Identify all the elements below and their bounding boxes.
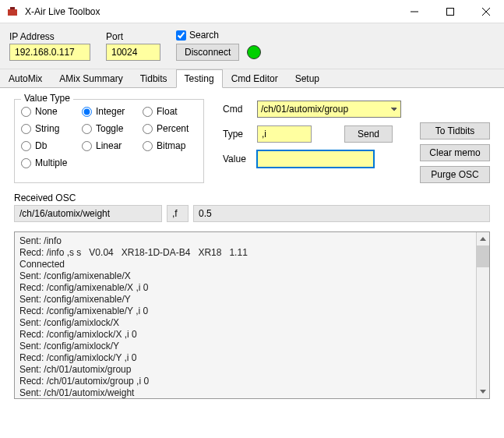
tab-amix-summary[interactable]: AMix Summary: [51, 69, 131, 87]
recv-value: [193, 205, 490, 222]
disconnect-button[interactable]: Disconnect: [176, 44, 239, 61]
close-icon: [482, 8, 490, 16]
log-text[interactable]: Sent: /info Recd: /info ,s s V0.04 XR18-…: [15, 232, 476, 398]
svg-marker-6: [480, 237, 486, 241]
connection-bar: IP Address Port Search Disconnect: [0, 23, 504, 69]
scroll-thumb[interactable]: [477, 245, 489, 267]
radio-float[interactable]: Float: [143, 106, 197, 117]
scroll-down-icon[interactable]: [477, 385, 489, 398]
radio-db[interactable]: Db: [21, 140, 76, 151]
type-label: Type: [223, 129, 252, 140]
svg-marker-7: [480, 390, 486, 394]
radio-linear[interactable]: Linear: [82, 140, 136, 151]
purge-osc-button[interactable]: Purge OSC: [420, 166, 490, 183]
svg-rect-3: [447, 8, 454, 15]
value-type-group: Value Type NoneIntegerFloatStringToggleP…: [14, 99, 204, 183]
cmd-label: Cmd: [223, 104, 252, 115]
maximize-icon: [446, 8, 454, 16]
svg-rect-1: [10, 7, 15, 9]
tab-strip: AutoMixAMix SummaryTidbitsTestingCmd Edi…: [0, 69, 504, 88]
scroll-up-icon[interactable]: [477, 232, 489, 245]
radio-integer[interactable]: Integer: [82, 106, 136, 117]
minimize-button[interactable]: [397, 0, 432, 23]
radio-toggle[interactable]: Toggle: [82, 123, 136, 134]
log-memo: Sent: /info Recd: /info ,s s V0.04 XR18-…: [14, 231, 490, 399]
radio-string[interactable]: String: [21, 123, 76, 134]
maximize-button[interactable]: [432, 0, 468, 23]
radio-bitmap[interactable]: Bitmap: [143, 140, 197, 151]
received-osc-label: Received OSC: [14, 193, 490, 203]
send-button[interactable]: Send: [344, 125, 393, 143]
tab-cmd-editor[interactable]: Cmd Editor: [223, 69, 287, 87]
recv-type: [167, 205, 189, 222]
titlebar: X-Air Live Toolbox: [0, 0, 504, 23]
value-label: Value: [223, 154, 252, 164]
svg-rect-0: [8, 9, 17, 16]
tab-setup[interactable]: Setup: [287, 69, 328, 87]
tab-tidbits[interactable]: Tidbits: [132, 69, 176, 87]
ip-input[interactable]: [9, 44, 90, 61]
ip-label: IP Address: [9, 31, 90, 42]
recv-path: [14, 205, 162, 222]
cmd-select[interactable]: /ch/01/automix/group: [257, 101, 401, 118]
radio-multiple[interactable]: Multiple: [21, 157, 76, 168]
port-label: Port: [106, 31, 160, 42]
to-tidbits-button[interactable]: To Tidbits: [420, 122, 490, 140]
window-title: X-Air Live Toolbox: [25, 6, 397, 17]
close-button[interactable]: [468, 0, 504, 23]
type-input[interactable]: [257, 125, 312, 143]
tab-automix[interactable]: AutoMix: [0, 69, 51, 87]
radio-percent[interactable]: Percent: [143, 123, 197, 134]
minimize-icon: [411, 8, 418, 16]
search-label: Search: [189, 30, 219, 41]
search-checkbox[interactable]: [176, 30, 186, 41]
tab-testing[interactable]: Testing: [176, 69, 223, 88]
port-input[interactable]: [106, 44, 160, 61]
connection-led-icon: [247, 45, 261, 59]
scrollbar[interactable]: [476, 232, 489, 398]
value-type-legend: Value Type: [21, 93, 73, 104]
app-icon: [6, 5, 19, 18]
radio-none[interactable]: None: [21, 106, 76, 117]
value-input[interactable]: [257, 150, 374, 168]
clear-memo-button[interactable]: Clear memo: [420, 144, 490, 161]
